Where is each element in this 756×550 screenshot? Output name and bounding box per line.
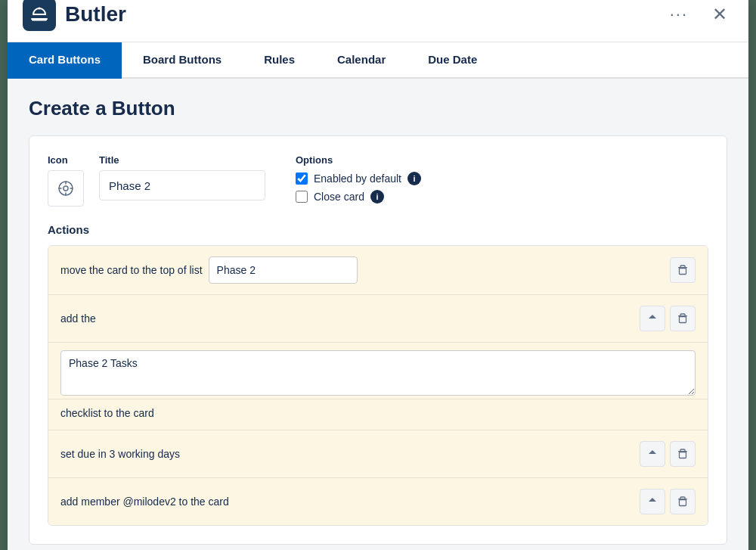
page-title: Create a Button xyxy=(29,97,727,120)
modal: Butler ··· ✕ Card Buttons Board Buttons … xyxy=(8,0,748,550)
form-row: Icon Title xyxy=(48,154,708,208)
action-2-delete-button[interactable] xyxy=(670,306,696,331)
icon-field-group: Icon xyxy=(48,154,84,207)
tab-calendar[interactable]: Calendar xyxy=(316,42,407,79)
action-4-buttons xyxy=(640,489,696,514)
action-4-text: add member @milodev2 to the card xyxy=(60,496,640,508)
action-1-text: move the card to the top of list xyxy=(60,256,670,284)
action-3-buttons xyxy=(640,441,696,467)
enabled-by-default-checkbox[interactable] xyxy=(296,172,308,185)
tab-card-buttons[interactable]: Card Buttons xyxy=(8,42,122,79)
close-card-checkbox[interactable] xyxy=(296,191,308,203)
svg-rect-15 xyxy=(680,500,686,506)
close-card-info-icon[interactable]: i xyxy=(370,190,384,204)
table-row: add member @milodev2 to the card xyxy=(48,478,708,525)
table-row: set due in 3 working days xyxy=(48,430,708,478)
action-3-text: set due in 3 working days xyxy=(60,448,640,460)
checklist-textarea[interactable]: Phase 2 Tasks xyxy=(60,350,696,396)
icon-label: Icon xyxy=(48,154,84,166)
modal-header: Butler ··· ✕ xyxy=(8,0,748,42)
butler-logo-icon xyxy=(23,0,56,31)
checklist-textarea-row: Phase 2 Tasks xyxy=(48,343,708,399)
header-right: ··· ✕ xyxy=(664,2,733,27)
action-3-label: set due in 3 working days xyxy=(60,448,180,460)
actions-container: move the card to the top of list xyxy=(48,245,708,526)
more-options-button[interactable]: ··· xyxy=(664,2,694,27)
options-label: Options xyxy=(296,154,421,166)
action-1-delete-button[interactable] xyxy=(670,257,696,283)
enabled-info-icon[interactable]: i xyxy=(407,172,421,185)
create-panel: Icon Title xyxy=(29,135,727,545)
modal-body: Create a Button Icon xyxy=(8,79,748,550)
action-4-up-button[interactable] xyxy=(640,489,665,514)
svg-point-0 xyxy=(39,8,41,10)
action-1-label: move the card to the top of list xyxy=(60,264,203,276)
svg-rect-13 xyxy=(680,452,686,458)
options-group: Options Enabled by default i Close card … xyxy=(296,154,421,208)
tab-due-date[interactable]: Due Date xyxy=(407,42,498,79)
action-3-up-button[interactable] xyxy=(640,441,665,467)
close-button[interactable]: ✕ xyxy=(706,2,733,26)
action-4-label: add member @milodev2 to the card xyxy=(60,496,229,508)
tabs-bar: Card Buttons Board Buttons Rules Calenda… xyxy=(8,42,748,79)
svg-point-3 xyxy=(64,186,68,191)
action-4-delete-button[interactable] xyxy=(670,489,696,514)
action-1-list-input[interactable] xyxy=(209,256,358,284)
checklist-label-row: checklist to the card xyxy=(48,399,708,430)
table-row: add the xyxy=(48,295,708,343)
header-left: Butler xyxy=(23,0,126,31)
enabled-by-default-option: Enabled by default i xyxy=(296,172,421,185)
close-card-option: Close card i xyxy=(296,190,421,204)
title-input[interactable] xyxy=(99,170,265,200)
actions-section-label: Actions xyxy=(48,223,708,236)
close-card-label: Close card xyxy=(314,191,364,203)
table-row: move the card to the top of list xyxy=(48,246,708,295)
svg-rect-11 xyxy=(680,317,686,323)
tab-rules[interactable]: Rules xyxy=(243,42,316,79)
icon-picker[interactable] xyxy=(48,170,84,207)
tab-board-buttons[interactable]: Board Buttons xyxy=(122,42,243,79)
app-title: Butler xyxy=(65,2,126,26)
svg-rect-9 xyxy=(680,269,686,275)
action-2-buttons xyxy=(640,306,696,331)
action-2-up-button[interactable] xyxy=(640,306,665,331)
action-1-buttons xyxy=(670,257,696,283)
action-2-label: add the xyxy=(60,312,96,325)
title-label: Title xyxy=(99,154,265,166)
enabled-by-default-label: Enabled by default xyxy=(314,172,401,185)
action-2-text: add the xyxy=(60,312,640,325)
title-field-group: Title xyxy=(99,154,265,200)
svg-rect-1 xyxy=(32,19,47,21)
checklist-to-card-label: checklist to the card xyxy=(60,407,154,419)
action-3-delete-button[interactable] xyxy=(670,441,696,467)
